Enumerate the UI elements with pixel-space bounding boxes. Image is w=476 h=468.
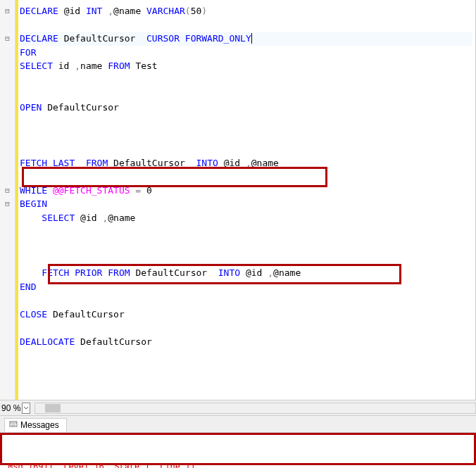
code-token: DECLARE	[20, 6, 64, 16]
code-line[interactable]	[20, 362, 472, 377]
fold-marker[interactable]	[0, 362, 15, 377]
code-token: id	[58, 61, 75, 71]
fold-marker[interactable]	[0, 156, 15, 170]
text-cursor	[251, 33, 252, 44]
fold-marker[interactable]	[0, 253, 15, 267]
fold-marker[interactable]	[0, 101, 15, 115]
code-line[interactable]: FETCH PRIOR FROM DefaultCursor INTO @id …	[20, 266, 472, 280]
code-line[interactable]	[20, 377, 472, 391]
fold-marker[interactable]	[0, 142, 15, 156]
code-token: FETCH	[20, 158, 53, 168]
code-token: PRIOR	[75, 267, 108, 278]
code-token: @name	[113, 6, 146, 16]
fold-marker[interactable]	[0, 128, 15, 142]
code-line[interactable]	[20, 293, 472, 308]
code-token: CURSOR FORWARD_ONLY	[146, 33, 251, 44]
fold-marker[interactable]	[0, 349, 15, 363]
code-surface[interactable]: DECLARE @id INT ,@name VARCHAR(50)DECLAR…	[18, 0, 475, 400]
editor-footer: 90 %	[0, 400, 476, 416]
fold-marker[interactable]	[0, 211, 15, 225]
zoom-control[interactable]: 90 %	[0, 403, 32, 414]
code-token: SELECT	[20, 61, 58, 71]
code-token: DEALLOCATE	[20, 336, 80, 347]
horizontal-scrollbar[interactable]	[35, 403, 476, 414]
code-line[interactable]: SELECT id ,name FROM Test	[20, 59, 472, 73]
fold-marker[interactable]	[0, 18, 15, 32]
code-line[interactable]	[20, 239, 472, 253]
code-line[interactable]	[20, 170, 472, 184]
fold-marker[interactable]	[0, 377, 15, 391]
code-line[interactable]: END	[20, 280, 472, 294]
fold-marker[interactable]	[0, 87, 15, 101]
tab-messages[interactable]: Messages	[4, 418, 67, 432]
code-token: END	[20, 282, 36, 292]
fold-marker[interactable]	[0, 266, 15, 280]
code-line[interactable]: SELECT @id ,@name	[20, 211, 472, 225]
code-line[interactable]	[20, 115, 472, 129]
scrollbar-thumb[interactable]	[45, 404, 61, 412]
fold-marker[interactable]	[0, 308, 15, 322]
code-token	[20, 267, 42, 278]
svg-rect-0	[10, 422, 17, 426]
code-editor[interactable]: ⊟⊟⊟⊟ DECLARE @id INT ,@name VARCHAR(50)D…	[0, 0, 476, 400]
code-token	[20, 213, 42, 223]
code-line[interactable]: WHILE @@FETCH_STATUS = 0	[20, 184, 472, 198]
code-line[interactable]	[20, 225, 472, 239]
code-line[interactable]	[20, 87, 472, 101]
fold-marker[interactable]: ⊟	[0, 4, 15, 18]
code-line[interactable]: BEGIN	[20, 197, 472, 211]
code-line[interactable]: FETCH LAST FROM DefaultCursor INTO @id ,…	[20, 156, 472, 170]
fold-marker[interactable]	[0, 280, 15, 294]
zoom-dropdown-button[interactable]	[22, 403, 30, 414]
fold-marker[interactable]	[0, 225, 15, 239]
fold-marker[interactable]	[0, 170, 15, 184]
code-token: Test	[135, 61, 157, 71]
code-line[interactable]	[20, 253, 472, 267]
fold-marker[interactable]	[0, 293, 15, 308]
code-line[interactable]: OPEN DefaultCursor	[20, 101, 472, 115]
code-token: INTO	[218, 267, 246, 278]
code-token: FROM	[108, 61, 135, 71]
outline-margin[interactable]: ⊟⊟⊟⊟	[0, 0, 15, 400]
code-token: @id	[246, 267, 268, 278]
fold-marker[interactable]: ⊟	[0, 32, 15, 46]
code-token: INT	[86, 6, 108, 16]
code-token: =	[130, 185, 146, 196]
zoom-label: 90 %	[1, 403, 20, 413]
code-token: @id	[80, 213, 102, 223]
code-line[interactable]: DECLARE @id INT ,@name VARCHAR(50)	[20, 4, 472, 18]
fold-marker[interactable]	[0, 115, 15, 129]
code-token: FROM	[108, 267, 135, 278]
code-token: name	[80, 61, 108, 71]
code-token: OPEN	[20, 102, 47, 113]
code-token: 50	[191, 6, 202, 16]
tab-messages-label: Messages	[20, 420, 59, 430]
code-token: ,	[75, 61, 80, 71]
code-token: ,	[108, 6, 113, 16]
fold-marker[interactable]	[0, 59, 15, 73]
code-line[interactable]	[20, 18, 472, 32]
fold-marker[interactable]	[0, 322, 15, 336]
fold-marker[interactable]: ⊟	[0, 197, 15, 211]
fold-marker[interactable]	[0, 73, 15, 87]
fold-marker[interactable]: ⊟	[0, 184, 15, 198]
code-token: (	[185, 6, 191, 16]
code-line[interactable]: FOR	[20, 46, 472, 60]
fold-marker[interactable]	[0, 239, 15, 253]
code-line[interactable]	[20, 322, 472, 336]
fold-marker[interactable]	[0, 46, 15, 60]
messages-panel[interactable]: Msg 16911, Level 16, State 1, Line 11 fe…	[0, 433, 476, 465]
code-token: INTO	[196, 158, 223, 168]
code-line[interactable]: DEALLOCATE DefaultCursor	[20, 335, 472, 349]
fold-marker[interactable]	[0, 335, 15, 349]
code-token: )	[201, 6, 207, 16]
code-token: WHILE	[20, 185, 53, 196]
code-line[interactable]	[20, 349, 472, 363]
code-line[interactable]	[20, 73, 472, 87]
code-line[interactable]	[20, 142, 472, 156]
code-token: @@FETCH_STATUS	[53, 185, 130, 196]
code-line[interactable]: DECLARE DefaultCursor CURSOR FORWARD_ONL…	[20, 32, 472, 46]
code-token: FROM	[86, 158, 113, 168]
code-line[interactable]: CLOSE DefaultCursor	[20, 308, 472, 322]
code-line[interactable]	[20, 128, 472, 142]
